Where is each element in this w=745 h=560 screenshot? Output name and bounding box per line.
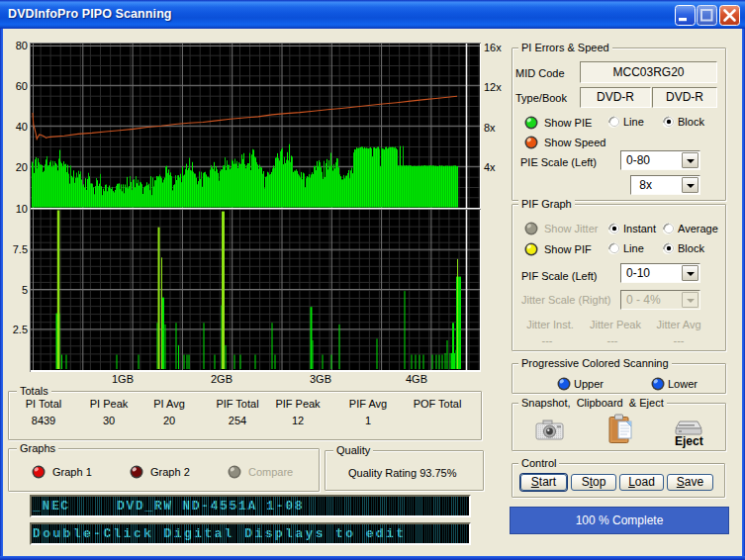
svg-text:12x: 12x [484,81,502,93]
svg-text:4x: 4x [484,161,496,173]
svg-text:60: 60 [16,80,28,92]
svg-text:10: 10 [16,203,28,215]
svg-text:5: 5 [22,284,28,296]
svg-text:20: 20 [16,161,28,173]
svg-text:3GB: 3GB [310,373,331,385]
svg-text:1GB: 1GB [112,373,134,385]
svg-text:7.5: 7.5 [13,243,28,255]
svg-text:4GB: 4GB [406,373,427,385]
svg-text:2.5: 2.5 [13,324,28,335]
svg-text:80: 80 [16,40,28,51]
svg-text:2GB: 2GB [211,373,233,385]
svg-text:40: 40 [16,121,28,133]
svg-text:16x: 16x [484,42,502,53]
svg-text:8x: 8x [484,122,496,134]
